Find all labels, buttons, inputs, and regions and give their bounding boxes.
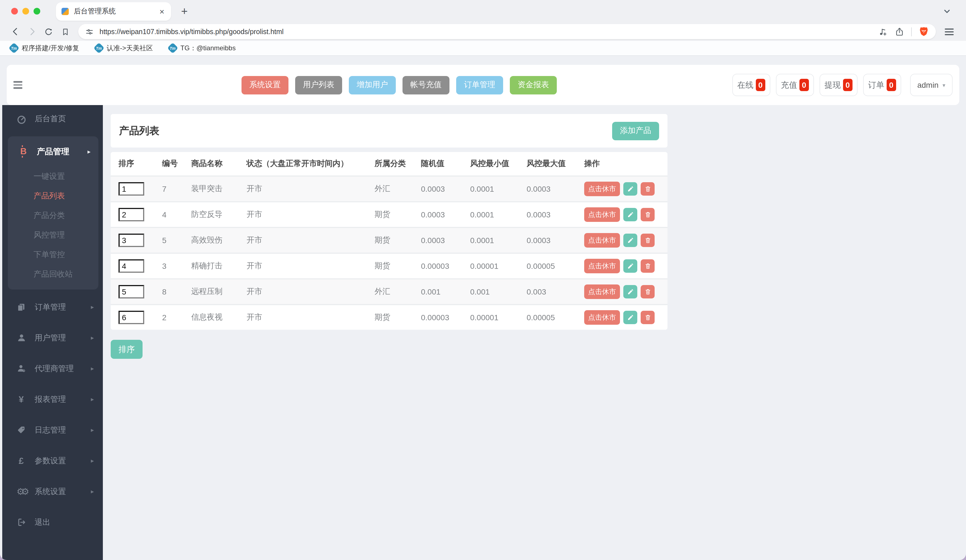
nav-recharge-button[interactable]: 帐号充值 [402,76,449,94]
nav-fund-report-button[interactable]: 资金报表 [510,76,557,94]
toggle-market-button[interactable]: 点击休市 [584,310,620,325]
edit-button[interactable] [623,233,637,247]
browser-tab[interactable]: 后台管理系统 × [56,2,171,20]
zoom-window-button[interactable] [34,8,40,15]
back-icon[interactable] [8,25,22,38]
toggle-market-button[interactable]: 点击休市 [584,233,620,248]
sidebar-item-system-settings[interactable]: ⚙⚙ 系统设置 ▸ [2,476,103,507]
tab-close-icon[interactable]: × [158,7,166,15]
toggle-market-button[interactable]: 点击休市 [584,259,620,273]
toggle-market-button[interactable]: 点击休市 [584,182,620,196]
apply-sort-button[interactable]: 排序 [111,340,143,359]
bookmark-item[interactable]: Tm 认准->天美社区 [95,43,153,53]
sort-order-input[interactable] [118,285,144,299]
app-topbar: 系统设置 用户列表 增加用户 帐号充值 订单管理 资金报表 在线 0 充值 0 … [7,65,959,105]
cell-name: 高效毁伤 [191,235,246,245]
cell-status: 开市 [246,287,375,297]
nav-add-user-button[interactable]: 增加用户 [349,76,396,94]
chevron-right-icon: ▸ [91,488,94,495]
user-menu[interactable]: admin ▾ [910,74,953,96]
nav-order-manage-button[interactable]: 订单管理 [456,76,503,94]
chevron-right-icon: ▸ [91,334,94,342]
sidebar-item-orders[interactable]: 订单管理 ▸ [2,292,103,322]
sidebar-item-label: 系统设置 [34,486,66,497]
sidebar-subitem-product-list[interactable]: 产品列表 [8,186,99,206]
sidebar-subitem-product-category[interactable]: 产品分类 [8,206,99,225]
browser-menu-icon[interactable] [945,28,954,35]
sidebar-item-product-manage[interactable]: B 产品管理 ▸ [8,136,99,167]
edit-button[interactable] [623,208,637,221]
sidebar-subitem-order-control[interactable]: 下单管控 [8,245,99,264]
sidebar-item-parameters[interactable]: £ 参数设置 ▸ [2,445,103,476]
bookmark-label: 认准->天美社区 [107,43,153,53]
status-online[interactable]: 在线 0 [732,74,770,96]
sidebar-subitem-quick-setup[interactable]: 一键设置 [8,167,99,186]
add-product-button[interactable]: 添加产品 [612,122,659,140]
url-bar[interactable]: https://weipan107.timibbs.vip/timibbs.ph… [78,24,936,39]
quick-nav: 系统设置 用户列表 增加用户 帐号充值 订单管理 资金报表 [242,76,557,94]
sidebar-item-users[interactable]: 用户管理 ▸ [2,322,103,353]
reload-icon[interactable] [42,25,55,38]
sidebar-item-home[interactable]: 后台首页 [2,105,103,133]
sidebar-toggle-icon[interactable] [13,81,22,89]
sidebar: 后台首页 B 产品管理 ▸ 一键设置 产品列表 产品分类 风控管理 下单管控 产… [2,105,103,560]
agent-user-icon [16,364,27,373]
sidebar-item-reports[interactable]: ¥ 报表管理 ▸ [2,384,103,415]
sort-order-input[interactable] [118,208,144,221]
toggle-market-button[interactable]: 点击休市 [584,284,620,299]
sidebar-item-agents[interactable]: 代理商管理 ▸ [2,353,103,384]
delete-button[interactable] [641,233,655,247]
edit-button[interactable] [623,182,637,195]
delete-button[interactable] [641,208,655,221]
edit-button[interactable] [623,285,637,299]
cell-product-id: 4 [162,210,191,219]
status-withdraw[interactable]: 提现 0 [820,74,858,96]
bookmark-label: 程序搭建/开发/修复 [22,43,79,53]
col-header-name: 商品名称 [191,159,246,169]
bookmark-item[interactable]: Tm TG：@tianmeibbs [169,43,236,53]
nav-system-settings-button[interactable]: 系统设置 [242,76,288,94]
sort-order-input[interactable] [118,259,144,273]
close-window-button[interactable] [11,8,18,15]
trash-icon [644,263,651,269]
sidebar-subitem-product-recycle[interactable]: 产品回收站 [8,264,99,284]
copy-files-icon [16,302,27,312]
window-controls [11,8,40,15]
delete-button[interactable] [641,311,655,324]
col-header-random: 随机值 [421,159,470,169]
bookmark-item[interactable]: Tm 程序搭建/开发/修复 [10,43,79,53]
tab-search-chevron-icon[interactable] [943,7,951,16]
url-text[interactable]: https://weipan107.timibbs.vip/timibbs.ph… [100,28,878,36]
delete-button[interactable] [641,259,655,273]
bookmark-icon[interactable] [59,25,72,38]
cell-category: 期货 [375,261,421,271]
sidebar-item-logs[interactable]: 日志管理 ▸ [2,415,103,445]
cell-status: 开市 [246,184,375,194]
status-orders[interactable]: 订单 0 [863,74,901,96]
brave-shield-icon[interactable] [918,26,929,37]
edit-button[interactable] [623,259,637,273]
cell-category: 外汇 [375,184,421,194]
status-recharge[interactable]: 充值 0 [776,74,814,96]
media-playlist-icon[interactable] [878,26,888,37]
nav-user-list-button[interactable]: 用户列表 [295,76,342,94]
sidebar-item-logout[interactable]: 退出 [2,507,103,538]
toggle-market-button[interactable]: 点击休市 [584,207,620,222]
sidebar-item-label: 退出 [34,517,50,527]
yen-icon: ¥ [16,394,27,404]
sort-order-input[interactable] [118,311,144,324]
delete-button[interactable] [641,285,655,299]
minimize-window-button[interactable] [22,8,29,15]
sidebar-item-label: 产品管理 [37,146,69,157]
cell-product-id: 2 [162,313,191,322]
forward-icon[interactable] [25,25,39,38]
sign-out-icon [16,517,27,527]
share-icon[interactable] [894,26,905,37]
sidebar-subitem-risk-manage[interactable]: 风控管理 [8,225,99,245]
new-tab-button[interactable]: + [181,5,187,18]
edit-button[interactable] [623,311,637,324]
sort-order-input[interactable] [118,182,144,195]
col-header-risk-min: 风控最小值 [470,159,527,169]
sort-order-input[interactable] [118,233,144,247]
delete-button[interactable] [641,182,655,195]
